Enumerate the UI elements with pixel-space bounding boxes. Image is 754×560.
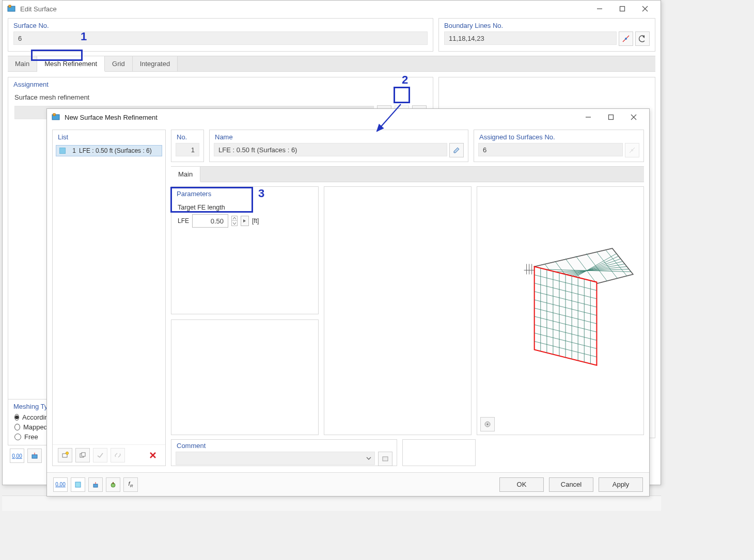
function-icon[interactable]: fR [123, 477, 138, 492]
lfe-symbol: LFE [178, 217, 189, 225]
svg-point-67 [487, 424, 489, 425]
assigned-field[interactable]: 6 [478, 143, 623, 156]
tab-grid[interactable]: Grid [105, 56, 133, 71]
list-color-swatch [59, 148, 66, 154]
spin-up-icon[interactable] [231, 216, 238, 221]
target-fe-length-label: Target FE length [178, 204, 312, 211]
annotation-1: 1 [81, 30, 87, 43]
list-item-text: LFE : 0.50 ft (Surfaces : 6) [79, 147, 152, 154]
ok-button[interactable]: OK [499, 477, 544, 492]
units-icon[interactable]: 0,00 [10, 449, 24, 463]
minimize-button[interactable] [588, 1, 611, 17]
chevron-down-icon [366, 456, 371, 461]
no-header: No. [171, 130, 203, 143]
assigned-header: Assigned to Surfaces No. [474, 130, 643, 143]
list-item[interactable]: 1 LFE : 0.50 ft (Surfaces : 6) [56, 145, 162, 156]
svg-rect-3 [620, 7, 625, 11]
no-field[interactable]: 1 [176, 143, 199, 156]
comment-input[interactable] [176, 452, 375, 465]
app-icon [51, 113, 60, 122]
cancel-button[interactable]: Cancel [549, 477, 593, 492]
name-field[interactable]: LFE : 0.50 ft (Surfaces : 6) [214, 143, 447, 156]
lfe-unit: [ft] [252, 217, 259, 225]
tab-main[interactable]: Main [171, 167, 200, 182]
model-icon[interactable] [27, 449, 42, 463]
svg-rect-13 [32, 455, 37, 458]
svg-rect-17 [609, 115, 614, 120]
assignment-header: Assignment [8, 77, 433, 90]
parameters-header: Parameters [171, 187, 318, 200]
list-item-index: 1 [69, 147, 76, 154]
apply-model-icon[interactable] [88, 477, 103, 492]
refinement-title: New Surface Mesh Refinement [65, 114, 577, 121]
radio-dot-icon [14, 414, 19, 421]
tab-main[interactable]: Main [8, 56, 37, 71]
edit-surface-titlebar: Edit Surface [3, 1, 661, 17]
edit-name-icon[interactable] [449, 143, 464, 157]
step-right-icon[interactable] [241, 216, 249, 226]
svg-point-6 [625, 38, 627, 40]
pick-surfaces-icon[interactable] [625, 143, 639, 157]
svg-rect-23 [82, 453, 85, 456]
svg-rect-68 [383, 457, 388, 461]
surface-no-label: Surface No. [8, 19, 433, 31]
link-icon[interactable] [111, 448, 125, 462]
radio-icon [14, 424, 20, 430]
svg-rect-69 [75, 482, 81, 487]
comment-header: Comment [171, 440, 397, 452]
refinement-titlebar: New Surface Mesh Refinement [47, 109, 649, 125]
lfe-value-input[interactable]: 0.50 [192, 214, 228, 228]
apply-button[interactable]: Apply [599, 477, 643, 492]
copy-item-icon[interactable] [75, 448, 90, 462]
check-icon[interactable] [93, 448, 107, 462]
svg-rect-72 [113, 482, 114, 484]
undo-icon[interactable] [635, 31, 650, 46]
svg-rect-70 [93, 484, 98, 487]
spin-down-icon[interactable] [231, 221, 238, 226]
boundary-lines-label: Boundary Lines No. [439, 19, 655, 31]
assignment-label: Surface mesh refinement [8, 90, 433, 102]
view-icon[interactable] [106, 477, 120, 492]
app-icon [7, 4, 16, 13]
tab-mesh-refinement[interactable]: Mesh Refinement [37, 56, 105, 72]
close-button[interactable] [622, 109, 645, 125]
annotation-3: 3 [258, 187, 264, 200]
list-header: List [53, 130, 165, 143]
edit-surface-title: Edit Surface [20, 5, 588, 13]
svg-point-21 [66, 452, 69, 455]
svg-rect-1 [9, 5, 11, 7]
new-refinement-window: New Surface Mesh Refinement List 1 LFE :… [46, 108, 650, 497]
svg-point-26 [631, 149, 633, 151]
tab-integrated[interactable]: Integrated [133, 56, 178, 71]
boundary-lines-field[interactable]: 11,18,14,23 [444, 31, 617, 45]
close-button[interactable] [634, 1, 656, 17]
preview-settings-icon[interactable] [480, 417, 495, 431]
radio-icon [14, 434, 21, 440]
comment-browse-icon[interactable] [378, 452, 392, 466]
color-icon[interactable] [71, 477, 85, 492]
maximize-button[interactable] [611, 1, 634, 17]
maximize-button[interactable] [600, 109, 622, 125]
svg-rect-15 [53, 114, 55, 116]
name-header: Name [210, 130, 468, 143]
annotation-2: 2 [402, 73, 408, 87]
delete-icon[interactable] [146, 448, 160, 462]
minimize-button[interactable] [577, 109, 600, 125]
new-item-icon[interactable] [58, 448, 72, 462]
mesh-preview-icon [477, 187, 643, 435]
pick-lines-icon[interactable] [619, 31, 633, 46]
units-icon[interactable]: 0,00 [53, 477, 68, 492]
surface-no-field[interactable]: 6 [13, 31, 428, 45]
